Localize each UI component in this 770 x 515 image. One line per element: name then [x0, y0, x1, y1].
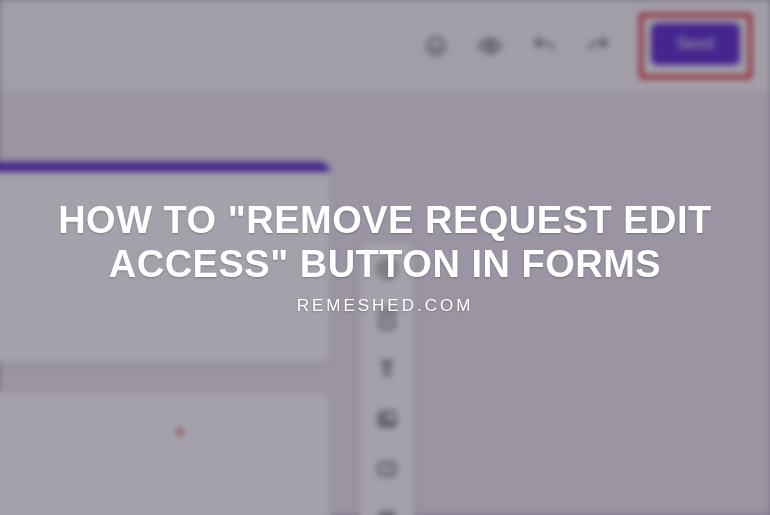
text-overlay: HOW TO "REMOVE REQUEST EDIT ACCESS" BUTT… [0, 0, 770, 515]
thumbnail-stage: Send * [0, 0, 770, 515]
headline: HOW TO "REMOVE REQUEST EDIT ACCESS" BUTT… [30, 199, 740, 286]
site-label: REMESHED.COM [297, 296, 474, 316]
